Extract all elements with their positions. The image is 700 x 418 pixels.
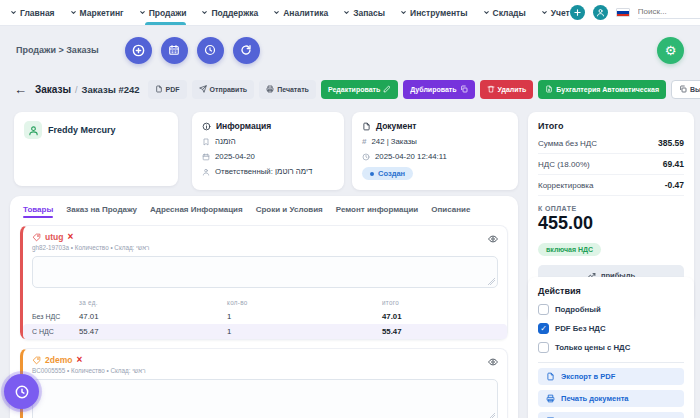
remove-product-icon[interactable]: × [76,355,82,365]
product-meta: gh82-19703a • Количество • Склад: ראשי [32,244,498,251]
chevron-down-icon [483,9,490,16]
checkbox-label: Только цены с НДС [555,343,630,352]
email-pdf-link[interactable]: Отослать PDF по e-mail [538,412,684,418]
tab-zakaz-na-prodazhu[interactable]: Заказ на Продажу [66,205,137,221]
payable-amount: 455.00 [538,213,684,234]
order-title: Заказы #242 [82,84,140,95]
nav-item-podderzhka[interactable]: Поддержка [201,0,258,25]
col-header-total: итого [382,299,507,306]
tab-adresnaya-informaciya[interactable]: Адресная Информация [150,205,243,221]
breadcrumb: Продажи > Заказы [16,45,99,55]
nav-item-label: Главная [20,8,55,18]
back-button[interactable]: ← [14,83,27,96]
refresh-icon [240,44,252,56]
tab-sroki-i-usloviya[interactable]: Сроки и Условия [256,205,323,221]
eye-icon[interactable] [488,234,498,244]
quick-add-button[interactable] [570,5,585,20]
nav-item-marketing[interactable]: Маркетинг [70,0,124,25]
clock-icon [14,384,30,400]
checkbox[interactable] [538,323,549,334]
checkbox-label: PDF Без НДС [555,324,606,333]
invoice-button[interactable]: Выписать Счет [671,80,700,99]
tab-tovary[interactable]: Товары [23,205,53,221]
checkbox-detailed[interactable]: Подробный [538,304,684,315]
link-label: Печать документа [561,394,629,403]
eye-icon[interactable] [488,357,498,367]
create-button[interactable] [125,37,152,64]
bookmark-icon [202,138,210,146]
accounting-label: Бухгалтерия Автоматическая [556,86,659,93]
send-button[interactable]: Отправить [192,80,255,99]
tab-opisanie[interactable]: Описание [431,205,470,221]
section-title: Заказы [35,84,71,95]
price-row-vat: С НДС 55.47 1 55.47 [23,324,507,339]
edit-button[interactable]: Редактировать [321,80,398,99]
timer-button[interactable] [197,37,224,64]
product-name[interactable]: 2demo [45,355,72,365]
checkbox-pdf-no-vat[interactable]: PDF Без НДС [538,323,684,334]
checkbox-only-vat-prices[interactable]: Только цены с НДС [538,342,684,353]
customer-name[interactable]: Freddy Mercury [48,125,116,135]
export-pdf-link[interactable]: Экспорт в PDF [538,368,684,385]
chevron-down-icon [400,9,407,16]
tab-remont-informacii[interactable]: Ремонт информации [336,205,418,221]
file-icon [546,372,555,381]
russian-flag-icon[interactable] [616,8,630,17]
total: 55.47 [382,327,507,336]
product-note-input[interactable] [32,256,498,288]
printer-icon [266,85,274,93]
settings-button[interactable]: ⚙ [657,37,684,64]
chevron-down-icon [70,9,77,16]
nav-item-analitika[interactable]: Аналитика [273,0,328,25]
document-icon [545,85,553,93]
pdf-button[interactable]: PDF [148,80,187,99]
calendar-icon [168,44,180,56]
nav-item-uchet[interactable]: Учет [541,0,570,25]
product-name[interactable]: utug [45,232,63,242]
checkbox[interactable] [538,304,549,315]
totals-value: -0.47 [665,180,684,190]
product-row: 2demo × BC0005555 • Количество • Склад: … [20,348,508,418]
totals-row: Корректировка -0.47 [538,175,684,196]
order-actions: PDF Отправить Печатать Редактировать Дуб… [148,80,700,99]
col-header-unit: за ед. [79,299,227,306]
nav-item-instrumenty[interactable]: Инструменты [400,0,467,25]
refresh-button[interactable] [233,37,260,64]
person-icon [202,168,210,176]
support-fab-button[interactable] [4,374,39,409]
chevron-down-icon [201,9,208,16]
checkbox-label: Подробный [555,305,601,314]
nav-item-glavnaya[interactable]: Главная [10,0,55,25]
nav-item-sklady[interactable]: Склады [483,0,526,25]
gear-icon: ⚙ [665,43,677,58]
pdf-label: PDF [166,86,180,93]
duplicate-button[interactable]: Дублировать [403,80,474,99]
invoice-label: Выписать Счет [690,86,700,93]
totals-label: Корректировка [538,181,593,190]
vat-included-badge: включая НДС [538,243,601,256]
add-contact-button[interactable] [593,5,608,20]
document-icon [362,122,371,131]
remove-product-icon[interactable]: × [67,232,73,242]
totals-row: Сумма без НДС 385.59 [538,133,684,154]
checkbox[interactable] [538,342,549,353]
quantity: 1 [227,327,382,336]
price-row-no-vat: Без НДС 47.01 1 47.01 [23,309,507,324]
hash-icon: # [362,137,366,146]
tag-icon [32,233,41,242]
top-navbar: Главная Маркетинг Продажи Поддержка Анал… [0,0,700,26]
order-date: 2025-04-20 [215,152,255,161]
nav-item-zapasy[interactable]: Запасы [343,0,385,25]
calendar-button[interactable] [161,37,188,64]
accounting-button[interactable]: Бухгалтерия Автоматическая [538,80,666,99]
actions-card: Действия Подробный PDF Без НДС Только це… [528,277,694,418]
product-note-input[interactable] [32,379,498,418]
document-card-title: Документ [376,121,417,131]
responsible: Ответственный: דימה רוטמן [215,167,312,176]
delete-button[interactable]: Удалить [480,80,534,99]
search-input[interactable] [638,7,700,16]
nav-item-label: Учет [551,8,570,18]
nav-item-prodazhi[interactable]: Продажи [139,0,187,25]
print-document-link[interactable]: Печать документа [538,390,684,407]
print-button[interactable]: Печатать [259,80,316,99]
